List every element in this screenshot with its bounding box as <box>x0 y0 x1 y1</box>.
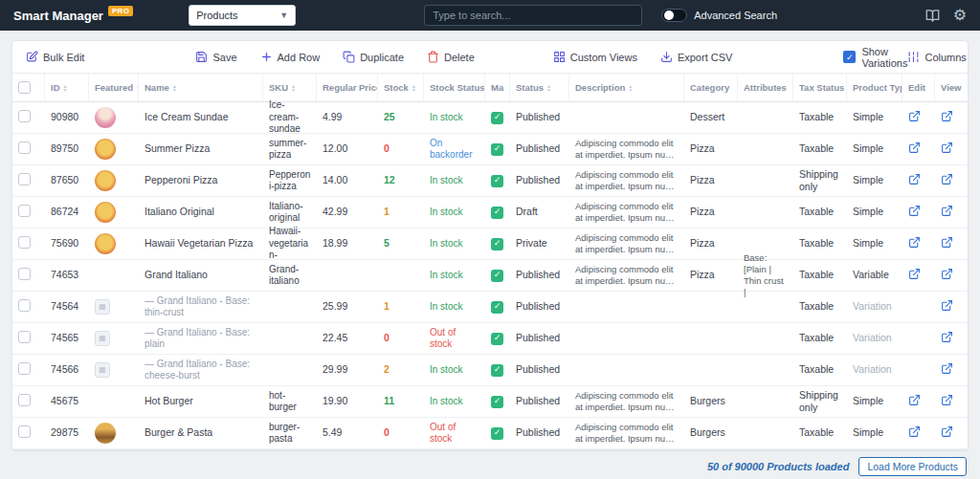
cell-stock-status[interactable]: In stock <box>424 363 485 378</box>
cell-name[interactable]: Summer Pizza <box>139 142 263 156</box>
cell-status[interactable]: Published <box>510 299 569 314</box>
view-product-icon[interactable] <box>941 362 953 375</box>
cell-id[interactable]: 74653 <box>45 268 89 282</box>
cell-name[interactable]: Hawaii Vegetarian Pizza <box>139 236 263 250</box>
cell-id[interactable]: 75690 <box>45 236 89 250</box>
cell-product-type[interactable]: Variation <box>847 362 902 377</box>
edit-product-icon[interactable] <box>908 268 921 280</box>
view-product-icon[interactable] <box>941 268 953 280</box>
cell-category[interactable] <box>684 337 738 339</box>
cell-stock[interactable]: 12 <box>378 173 424 187</box>
table-row[interactable]: 87650Pepperoni PizzaPepperoni-pizza14.00… <box>12 165 968 197</box>
manage-stock-checkbox[interactable]: ✓ <box>491 207 503 219</box>
cell-regular-price[interactable]: 22.45 <box>317 331 378 345</box>
cell-regular-price[interactable]: 12.00 <box>317 142 378 156</box>
cell-tax-status[interactable]: Taxable <box>793 236 847 250</box>
column-header-edit[interactable]: Edit <box>902 74 935 101</box>
cell-attributes[interactable] <box>738 180 793 182</box>
dashboard-select[interactable]: Products ▼ <box>189 5 296 26</box>
cell-status[interactable]: Published <box>510 268 569 282</box>
manage-stock-checkbox[interactable]: ✓ <box>491 301 503 314</box>
view-product-icon[interactable] <box>941 142 953 154</box>
cell-category[interactable] <box>684 369 738 371</box>
column-header-stock_status[interactable]: Stock Status▲▼ <box>424 74 485 101</box>
columns-button[interactable]: Columns <box>907 51 966 63</box>
table-row[interactable]: 29875Burger & Pastaburger-pasta5.490Out … <box>12 418 968 449</box>
cell-stock-status[interactable]: On backorder <box>424 137 485 163</box>
cell-name[interactable]: — Grand Italiano - Base: cheese-burst <box>139 358 263 383</box>
column-header-stock[interactable]: Stock▲▼ <box>378 74 424 101</box>
cell-tax-status[interactable]: Taxable <box>793 205 847 219</box>
cell-status[interactable]: Private <box>510 236 569 250</box>
cell-description[interactable] <box>569 337 684 339</box>
view-product-icon[interactable] <box>941 173 953 185</box>
manage-stock-checkbox[interactable]: ✓ <box>491 143 503 156</box>
cell-description[interactable]: Adipiscing commodo elit at imperdiet. Ip… <box>569 263 684 289</box>
cell-regular-price[interactable]: 42.99 <box>317 205 378 219</box>
cell-stock[interactable]: 1 <box>378 205 424 219</box>
cell-tax-status[interactable]: Shipping only <box>793 167 847 194</box>
cell-status[interactable]: Published <box>510 173 569 187</box>
cell-product-type[interactable]: Variable <box>847 268 902 282</box>
row-checkbox[interactable] <box>18 110 31 122</box>
cell-product-type[interactable]: Simple <box>847 205 902 219</box>
edit-product-icon[interactable] <box>908 173 921 185</box>
column-header-id[interactable]: ID▲▼ <box>45 74 89 101</box>
cell-category[interactable]: Pizza <box>684 236 738 250</box>
column-header-status[interactable]: Status▲▼ <box>510 74 569 101</box>
cell-stock[interactable]: 0 <box>378 331 424 345</box>
edit-product-icon[interactable] <box>908 236 921 249</box>
cell-featured[interactable] <box>89 138 139 161</box>
cell-product-type[interactable]: Simple <box>847 394 902 408</box>
table-row[interactable]: 86724Italiano OriginalItaliano-original4… <box>12 197 968 229</box>
bulk-edit-button[interactable]: Bulk Edit <box>26 51 84 63</box>
cell-stock[interactable]: 0 <box>378 425 424 440</box>
cell-stock[interactable]: 2 <box>378 362 424 377</box>
table-row[interactable]: 89750Summer Pizzasummer-pizza12.000On ba… <box>12 134 968 165</box>
row-checkbox[interactable] <box>18 425 31 438</box>
row-checkbox[interactable] <box>18 205 31 217</box>
cell-product-type[interactable]: Simple <box>847 173 902 187</box>
column-header-tax_status[interactable]: Tax Status▲▼ <box>793 74 847 101</box>
cell-attributes[interactable] <box>738 306 793 308</box>
row-checkbox[interactable] <box>18 268 31 280</box>
cell-category[interactable]: Burgers <box>684 425 738 440</box>
row-checkbox[interactable] <box>18 331 31 343</box>
view-product-icon[interactable] <box>941 394 953 406</box>
row-checkbox[interactable] <box>18 142 31 154</box>
cell-featured[interactable]: ▦ <box>89 330 139 347</box>
cell-tax-status[interactable]: Taxable <box>793 268 847 282</box>
cell-sku[interactable]: Ice-cream-sundae <box>263 98 317 137</box>
search-input[interactable] <box>424 5 642 26</box>
table-row[interactable]: 74565▦— Grand Italiano - Base: plain22.4… <box>12 323 968 355</box>
edit-product-icon[interactable] <box>908 142 921 154</box>
cell-stock-status[interactable]: In stock <box>424 269 485 283</box>
edit-product-icon[interactable] <box>908 205 921 217</box>
cell-featured[interactable]: ▦ <box>89 298 139 316</box>
cell-name[interactable]: Italiano Original <box>139 205 263 219</box>
cell-stock-status[interactable]: In stock <box>424 206 485 220</box>
cell-regular-price[interactable] <box>317 274 378 276</box>
cell-regular-price[interactable]: 14.00 <box>317 173 378 187</box>
cell-status[interactable]: Published <box>510 362 569 377</box>
table-row[interactable]: 74564▦— Grand Italiano - Base: thin-crus… <box>12 292 968 323</box>
manage-stock-checkbox[interactable]: ✓ <box>491 427 503 440</box>
cell-name[interactable]: Ice Cream Sundae <box>139 110 263 124</box>
cell-id[interactable]: 74566 <box>45 362 89 377</box>
cell-regular-price[interactable]: 19.90 <box>317 394 378 408</box>
cell-name[interactable]: Pepperoni Pizza <box>139 173 263 187</box>
edit-product-icon[interactable] <box>908 425 921 438</box>
cell-id[interactable]: 87650 <box>45 173 89 187</box>
add-row-button[interactable]: Add Row <box>260 51 321 63</box>
cell-stock[interactable]: 25 <box>378 110 424 124</box>
cell-tax-status[interactable]: Taxable <box>793 299 847 314</box>
cell-featured[interactable] <box>89 106 139 129</box>
manage-stock-checkbox[interactable]: ✓ <box>491 333 503 345</box>
save-button[interactable]: Save <box>195 51 236 63</box>
cell-id[interactable]: 45675 <box>45 394 89 408</box>
row-checkbox[interactable] <box>18 362 31 375</box>
cell-description[interactable] <box>569 117 684 119</box>
cell-category[interactable]: Pizza <box>684 205 738 219</box>
cell-regular-price[interactable]: 18.99 <box>317 236 378 250</box>
cell-description[interactable] <box>569 306 684 308</box>
